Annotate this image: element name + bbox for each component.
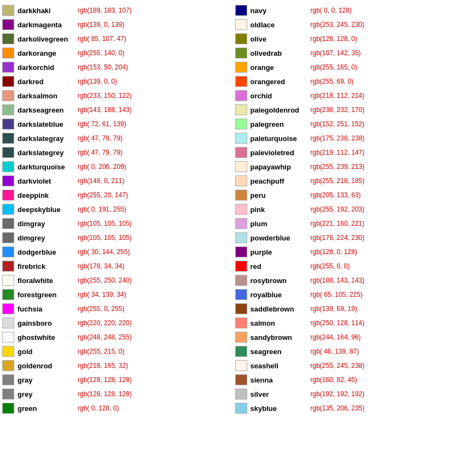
color-rgb: rgb( 30, 144, 255) <box>78 248 130 256</box>
color-rgb: rgb( 47, 79, 79) <box>78 134 123 142</box>
color-name: green <box>18 404 78 413</box>
list-item: powderbluergb(176, 224, 230) <box>235 231 458 245</box>
color-rgb: rgb(244, 164, 96) <box>311 333 361 341</box>
color-name: goldenrod <box>18 362 78 370</box>
color-swatch <box>235 190 247 201</box>
color-swatch <box>2 19 14 30</box>
color-name: paleturquoise <box>251 134 311 143</box>
color-rgb: rgb( 0, 0, 128) <box>311 7 352 14</box>
color-swatch <box>235 374 247 385</box>
color-swatch <box>235 161 247 172</box>
color-swatch <box>2 33 14 44</box>
color-swatch <box>235 90 247 101</box>
color-name: darkslategrey <box>18 149 78 157</box>
color-name: darkorchid <box>18 63 78 72</box>
color-swatch <box>2 204 14 215</box>
list-item: darkorangergb(255, 140, 0) <box>2 46 225 60</box>
color-name: royalblue <box>251 291 311 299</box>
color-rgb: rgb(105, 105, 105) <box>78 220 132 227</box>
color-swatch <box>235 261 247 272</box>
color-swatch <box>2 403 14 414</box>
color-swatch <box>2 246 14 257</box>
list-item: darkolivegreenrgb( 85, 107, 47) <box>2 32 225 46</box>
color-rgb: rgb(255, 165, 0) <box>311 63 357 71</box>
color-rgb: rgb(255, 218, 185) <box>311 177 365 185</box>
list-item: redrgb(255, 0, 0) <box>235 259 458 273</box>
color-rgb: rgb(139, 69, 19) <box>311 305 357 313</box>
color-name: forestgreen <box>18 291 78 299</box>
color-name: papayawhip <box>251 163 311 171</box>
color-swatch <box>235 360 247 371</box>
color-swatch <box>2 147 14 158</box>
list-item: seashellrgb(255, 245, 238) <box>235 359 458 373</box>
color-name: darkkhaki <box>18 7 78 15</box>
color-rgb: rgb(107, 142, 35) <box>311 49 361 57</box>
color-swatch <box>235 33 247 44</box>
color-rgb: rgb(128, 0, 128) <box>311 248 357 256</box>
list-item: olivergb(128, 128, 0) <box>235 32 458 46</box>
list-item: firebrickrgb(178, 34, 34) <box>2 259 225 273</box>
list-item: oldlacergb(253, 245, 230) <box>235 17 458 32</box>
color-rgb: rgb( 72, 61, 139) <box>78 120 126 128</box>
list-item: darkseagreenrgb(143, 188, 143) <box>2 103 225 117</box>
color-rgb: rgb(219, 112, 147) <box>311 149 365 156</box>
color-name: ghostwhite <box>18 333 78 342</box>
color-swatch <box>2 389 14 399</box>
list-item: darkorchidrgb(153, 50, 204) <box>2 60 225 74</box>
list-item: orangergb(255, 165, 0) <box>235 60 458 74</box>
color-swatch <box>2 161 14 172</box>
color-name: gainsboro <box>18 319 78 327</box>
color-swatch <box>235 175 247 186</box>
color-rgb: rgb(128, 128, 0) <box>311 35 357 43</box>
color-name: palegreen <box>251 120 311 128</box>
color-rgb: rgb( 34, 139, 34) <box>78 291 126 298</box>
color-name: darkslateblue <box>18 120 78 128</box>
color-name: deeppink <box>18 191 78 199</box>
color-rgb: rgb(139, 0, 0) <box>78 78 117 85</box>
list-item: darkvioletrgb(148, 0, 211) <box>2 174 225 188</box>
color-name: dodgerblue <box>18 248 78 256</box>
color-name: darkturquoise <box>18 163 78 171</box>
list-item: peachpuffrgb(255, 218, 185) <box>235 174 458 188</box>
color-swatch <box>2 289 14 300</box>
color-swatch <box>235 318 247 328</box>
color-swatch <box>235 204 247 215</box>
color-rgb: rgb(178, 34, 34) <box>78 262 124 270</box>
right-column: navyrgb( 0, 0, 128)oldlacergb(253, 245, … <box>235 3 458 415</box>
color-swatch <box>2 190 14 201</box>
color-rgb: rgb(255, 0, 0) <box>311 262 350 270</box>
color-swatch <box>235 346 247 357</box>
color-swatch <box>2 5 14 16</box>
list-item: silverrgb(192, 192, 192) <box>235 387 458 401</box>
color-name: pink <box>251 205 311 214</box>
color-name: red <box>251 262 311 271</box>
list-item: greenrgb( 0, 128, 0) <box>2 401 225 415</box>
color-swatch <box>235 104 247 115</box>
color-rgb: rgb(255, 20, 147) <box>78 191 128 199</box>
color-name: palegoldenrod <box>251 106 311 114</box>
color-swatch <box>2 90 14 101</box>
list-item: olivedrabrgb(107, 142, 35) <box>235 46 458 60</box>
color-name: sandybrown <box>251 333 311 342</box>
color-swatch <box>235 232 247 243</box>
color-swatch <box>235 246 247 257</box>
color-swatch <box>235 332 247 343</box>
color-swatch <box>2 303 14 314</box>
color-name: orangered <box>251 78 311 86</box>
color-rgb: rgb(238, 232, 170) <box>311 106 365 114</box>
color-rgb: rgb(253, 245, 230) <box>311 21 365 28</box>
color-name: dimgrey <box>18 234 78 242</box>
color-swatch <box>235 19 247 30</box>
list-item: darkslategreyrgb( 47, 79, 79) <box>2 145 225 160</box>
color-swatch <box>235 133 247 144</box>
color-swatch <box>235 119 247 130</box>
list-item: navyrgb( 0, 0, 128) <box>235 3 458 17</box>
color-name: darkorange <box>18 49 78 57</box>
color-rgb: rgb(175, 238, 238) <box>311 134 365 142</box>
list-item: goldenrodrgb(218, 165, 32) <box>2 359 225 373</box>
list-item: orangeredrgb(255, 69, 0) <box>235 74 458 89</box>
list-item: seagreenrgb( 46, 139, 87) <box>235 344 458 359</box>
color-name: oldlace <box>251 21 311 29</box>
color-name: darkred <box>18 78 78 86</box>
color-swatch <box>235 76 247 87</box>
